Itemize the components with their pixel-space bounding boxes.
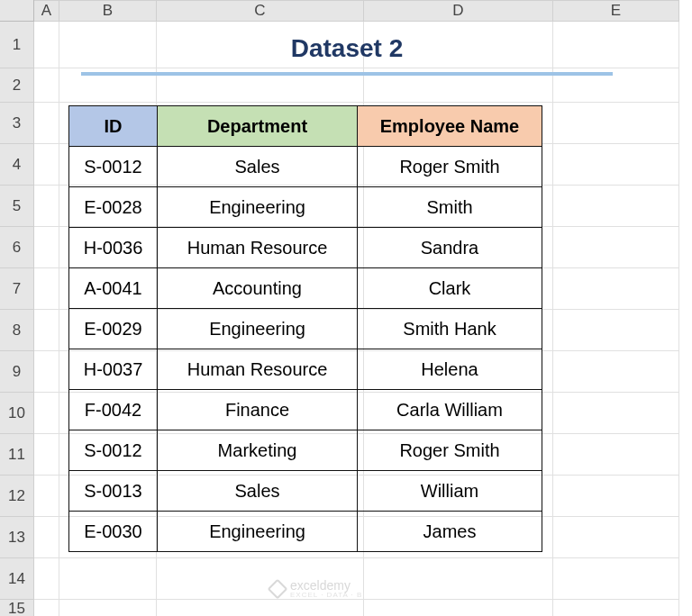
cell-name[interactable]: Sandra	[358, 228, 542, 268]
cell-dept[interactable]: Sales	[158, 147, 358, 187]
cell-id[interactable]: E-0030	[69, 512, 158, 552]
cell[interactable]	[34, 186, 59, 227]
cell-dept[interactable]: Engineering	[158, 309, 358, 349]
cell[interactable]	[34, 268, 59, 310]
cell-name[interactable]: Helena	[358, 349, 542, 390]
cell[interactable]	[157, 600, 364, 616]
header-id[interactable]: ID	[69, 106, 158, 147]
cell[interactable]	[34, 103, 59, 144]
cell-id[interactable]: E-0029	[69, 309, 158, 349]
table-row: E-0028EngineeringSmith	[69, 187, 542, 228]
row-header-14[interactable]: 14	[0, 558, 34, 600]
cell[interactable]	[34, 22, 59, 68]
cell-dept[interactable]: Engineering	[158, 512, 358, 552]
col-header-e[interactable]: E	[553, 0, 679, 22]
table-row: S-0012SalesRoger Smith	[69, 147, 542, 187]
table-row: E-0029EngineeringSmith Hank	[69, 309, 542, 349]
cell[interactable]	[553, 310, 679, 351]
table-row: H-0037Human ResourceHelena	[69, 349, 542, 390]
cell[interactable]	[59, 600, 157, 616]
cell-name[interactable]: Roger Smith	[358, 430, 542, 471]
cell-dept[interactable]: Finance	[158, 390, 358, 430]
row-header-11[interactable]: 11	[0, 434, 34, 476]
cell[interactable]	[553, 393, 679, 434]
row-header-7[interactable]: 7	[0, 268, 34, 310]
row-header-9[interactable]: 9	[0, 351, 34, 393]
row-header-12[interactable]: 12	[0, 476, 34, 517]
row-header-13[interactable]: 13	[0, 517, 34, 558]
col-header-c[interactable]: C	[157, 0, 364, 22]
cell[interactable]	[553, 517, 679, 558]
row-header-5[interactable]: 5	[0, 186, 34, 227]
cell-id[interactable]: S-0013	[69, 471, 158, 512]
cell[interactable]	[34, 434, 59, 476]
cell-name[interactable]: Smith	[358, 187, 542, 228]
cell[interactable]	[553, 558, 679, 600]
cell[interactable]	[34, 68, 59, 103]
cell[interactable]	[553, 268, 679, 310]
cell-dept[interactable]: Human Resource	[158, 349, 358, 390]
row-header-3[interactable]: 3	[0, 103, 34, 144]
cell[interactable]	[59, 558, 157, 600]
cell-dept[interactable]: Accounting	[158, 268, 358, 309]
row-header-6[interactable]: 6	[0, 227, 34, 268]
cell-name[interactable]: Clark	[358, 268, 542, 309]
cell[interactable]	[553, 434, 679, 476]
cell[interactable]	[34, 144, 59, 186]
row-header-10[interactable]: 10	[0, 393, 34, 434]
cell[interactable]	[34, 351, 59, 393]
header-employee-name[interactable]: Employee Name	[358, 106, 542, 147]
cell[interactable]	[34, 393, 59, 434]
cell-name[interactable]: William	[358, 471, 542, 512]
table-row: S-0012MarketingRoger Smith	[69, 430, 542, 471]
exceldemy-logo-icon	[268, 578, 288, 599]
cell-id[interactable]: F-0042	[69, 390, 158, 430]
cell-dept[interactable]: Marketing	[158, 430, 358, 471]
watermark-subtext: EXCEL · DATA · BI	[290, 591, 366, 599]
cell-name[interactable]: Carla William	[358, 390, 542, 430]
row-header-4[interactable]: 4	[0, 144, 34, 186]
cell[interactable]	[34, 310, 59, 351]
cell-id[interactable]: E-0028	[69, 187, 158, 228]
col-header-d[interactable]: D	[364, 0, 553, 22]
cell[interactable]	[34, 517, 59, 558]
cell[interactable]	[34, 476, 59, 517]
col-header-a[interactable]: A	[34, 0, 59, 22]
cell[interactable]	[553, 144, 679, 186]
table-row: E-0030EngineeringJames	[69, 512, 542, 552]
row-header-8[interactable]: 8	[0, 310, 34, 351]
cell-dept[interactable]: Sales	[158, 471, 358, 512]
row-header-1[interactable]: 1	[0, 22, 34, 68]
header-department[interactable]: Department	[158, 106, 358, 147]
cell[interactable]	[34, 558, 59, 600]
cell-dept[interactable]: Human Resource	[158, 228, 358, 268]
cell[interactable]	[34, 227, 59, 268]
cell-name[interactable]: Roger Smith	[358, 147, 542, 187]
cell[interactable]	[553, 186, 679, 227]
cell-id[interactable]: S-0012	[69, 147, 158, 187]
row-header-15[interactable]: 15	[0, 600, 34, 616]
cell[interactable]	[34, 600, 59, 616]
cell-dept[interactable]: Engineering	[158, 187, 358, 228]
table-row: H-0036Human ResourceSandra	[69, 228, 542, 268]
cell-id[interactable]: H-0036	[69, 228, 158, 268]
cell[interactable]	[553, 227, 679, 268]
cell-name[interactable]: Smith Hank	[358, 309, 542, 349]
cell-id[interactable]: A-0041	[69, 268, 158, 309]
col-header-b[interactable]: B	[59, 0, 157, 22]
select-all-corner[interactable]	[0, 0, 34, 22]
cell[interactable]	[553, 351, 679, 393]
cell-id[interactable]: H-0037	[69, 349, 158, 390]
cell[interactable]	[364, 558, 553, 600]
data-table: ID Department Employee Name S-0012SalesR…	[68, 105, 542, 552]
cell[interactable]	[553, 600, 679, 616]
cell[interactable]	[364, 600, 553, 616]
table-row: S-0013SalesWilliam	[69, 471, 542, 512]
table-row: F-0042FinanceCarla William	[69, 390, 542, 430]
cell-id[interactable]: S-0012	[69, 430, 158, 471]
cell-name[interactable]: James	[358, 512, 542, 552]
cell[interactable]	[553, 103, 679, 144]
cell[interactable]	[553, 476, 679, 517]
row-header-2[interactable]: 2	[0, 68, 34, 103]
table-header-row: ID Department Employee Name	[69, 106, 542, 147]
